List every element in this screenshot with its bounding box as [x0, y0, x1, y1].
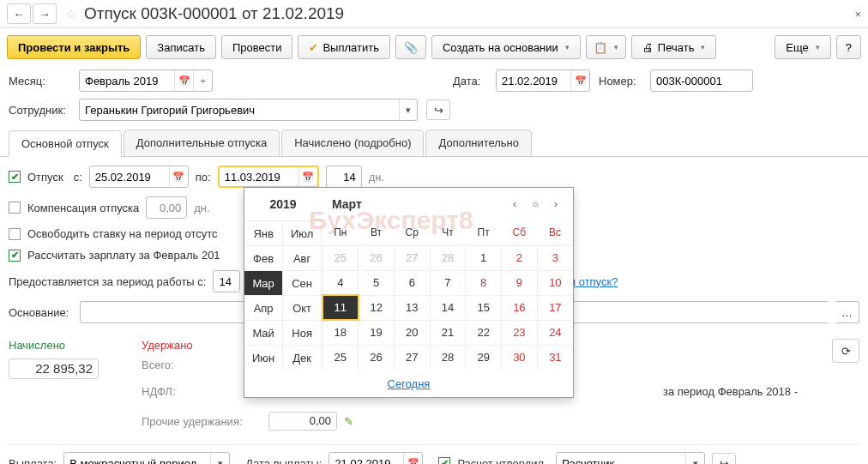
- day-cell[interactable]: 12: [359, 295, 395, 320]
- cal-next-icon[interactable]: ›: [547, 198, 564, 210]
- vacation-checkbox[interactable]: ✔: [9, 171, 21, 183]
- day-cell[interactable]: 30: [502, 345, 538, 370]
- day-cell[interactable]: 16: [502, 295, 538, 320]
- day-cell[interactable]: 17: [537, 295, 573, 320]
- day-cell[interactable]: 26: [359, 245, 395, 270]
- day-cell[interactable]: 5: [359, 270, 395, 295]
- forward-button[interactable]: →: [33, 3, 57, 24]
- dropdown-icon[interactable]: ▾: [210, 453, 229, 464]
- edit-icon[interactable]: ✎: [344, 415, 353, 428]
- refresh-button[interactable]: ⟳: [832, 339, 859, 363]
- month-cell[interactable]: Сен: [283, 271, 322, 296]
- stepper-icon[interactable]: ÷: [193, 70, 212, 91]
- employee-open-button[interactable]: ↪: [426, 99, 450, 120]
- tab-extra[interactable]: Дополнительно: [425, 130, 532, 156]
- day-cell[interactable]: 25: [322, 345, 359, 370]
- month-cell[interactable]: Янв: [244, 221, 283, 246]
- post-button[interactable]: Провести: [221, 35, 293, 59]
- month-cell[interactable]: Фев: [244, 246, 283, 271]
- pay-button[interactable]: ✔Выплатить: [298, 35, 390, 59]
- day-cell[interactable]: 1: [466, 245, 502, 270]
- calendar-icon[interactable]: 📅: [298, 167, 317, 186]
- month-cell[interactable]: Июл: [283, 221, 322, 246]
- day-cell[interactable]: 28: [430, 245, 466, 270]
- print-button[interactable]: 🖨Печать: [631, 35, 717, 59]
- release-checkbox[interactable]: [9, 228, 21, 240]
- calendar-icon[interactable]: 📅: [570, 70, 589, 91]
- day-cell[interactable]: 10: [537, 270, 573, 295]
- day-cell[interactable]: 31: [537, 345, 573, 370]
- comp-input[interactable]: [146, 196, 187, 219]
- month-cell[interactable]: Апр: [244, 296, 283, 321]
- day-cell[interactable]: 13: [394, 295, 430, 320]
- tab-main[interactable]: Основной отпуск: [9, 130, 122, 157]
- help-button[interactable]: ?: [836, 35, 861, 59]
- day-cell[interactable]: 3: [537, 245, 573, 270]
- more-button[interactable]: Еще: [775, 35, 830, 59]
- month-input[interactable]: 📅 ÷: [79, 69, 213, 92]
- copy-button[interactable]: 📋: [586, 35, 626, 59]
- attach-button[interactable]: 📎: [395, 35, 426, 59]
- day-cell[interactable]: 15: [466, 295, 502, 320]
- favorite-icon[interactable]: ☆: [65, 6, 77, 22]
- day-cell[interactable]: 8: [466, 270, 502, 295]
- date-input[interactable]: 📅: [496, 69, 590, 92]
- cal-prev-icon[interactable]: ‹: [506, 198, 523, 210]
- back-button[interactable]: ←: [7, 3, 31, 24]
- day-cell[interactable]: 22: [466, 320, 502, 345]
- employee-input[interactable]: ▾: [79, 99, 418, 121]
- payout-date-input[interactable]: 📅: [329, 452, 423, 464]
- day-cell[interactable]: 25: [322, 245, 359, 270]
- approved-checkbox[interactable]: ✔: [438, 457, 450, 464]
- day-cell[interactable]: 23: [502, 320, 538, 345]
- tab-additional[interactable]: Дополнительные отпуска: [124, 130, 280, 156]
- calendar-icon[interactable]: 📅: [174, 70, 193, 91]
- period-input[interactable]: [213, 270, 240, 292]
- day-cell[interactable]: 21: [430, 320, 466, 345]
- approver-input[interactable]: ▾: [556, 452, 705, 464]
- approver-open-button[interactable]: ↪: [712, 453, 736, 464]
- days-input[interactable]: [326, 166, 362, 188]
- payout-select[interactable]: ▾: [63, 452, 230, 464]
- post-close-button[interactable]: Провести и закрыть: [7, 35, 141, 59]
- day-cell[interactable]: 26: [359, 345, 395, 370]
- day-cell[interactable]: 4: [322, 270, 359, 295]
- tab-calculated[interactable]: Начислено (подробно): [281, 130, 424, 156]
- calendar-year[interactable]: 2019: [244, 188, 322, 220]
- day-cell[interactable]: 27: [394, 345, 430, 370]
- month-cell[interactable]: Июн: [244, 346, 283, 371]
- day-cell[interactable]: 28: [430, 345, 466, 370]
- dropdown-icon[interactable]: ▾: [399, 99, 417, 120]
- month-cell[interactable]: Авг: [283, 246, 322, 271]
- day-cell[interactable]: 6: [394, 270, 430, 295]
- day-cell[interactable]: 14: [430, 295, 466, 320]
- day-cell[interactable]: 29: [466, 345, 502, 370]
- date-from-input[interactable]: 📅: [89, 166, 189, 188]
- ellipsis-button[interactable]: …: [835, 301, 859, 323]
- day-cell[interactable]: 20: [394, 320, 430, 345]
- month-cell[interactable]: Дек: [283, 346, 322, 371]
- cal-home-icon[interactable]: ○: [527, 198, 544, 210]
- close-icon[interactable]: ×: [854, 8, 861, 21]
- day-cell[interactable]: 2: [502, 245, 538, 270]
- day-cell[interactable]: 18: [322, 320, 359, 345]
- dropdown-icon[interactable]: ▾: [685, 453, 704, 464]
- calendar-icon[interactable]: 📅: [169, 166, 188, 187]
- calendar-popup[interactable]: 2019 Март ‹ ○ › ЯнвИюлФевАвгМарСенАпрОкт…: [244, 187, 574, 398]
- month-cell[interactable]: Окт: [283, 296, 322, 321]
- day-cell[interactable]: 11: [322, 295, 359, 320]
- calc-checkbox[interactable]: ✔: [9, 250, 21, 262]
- month-cell[interactable]: Мар: [244, 271, 283, 296]
- save-button[interactable]: Записать: [146, 35, 216, 59]
- date-to-input[interactable]: 📅: [218, 166, 319, 188]
- month-cell[interactable]: Май: [244, 321, 283, 346]
- month-cell[interactable]: Ноя: [283, 321, 322, 346]
- calendar-icon[interactable]: 📅: [403, 453, 422, 464]
- day-cell[interactable]: 19: [359, 320, 395, 345]
- number-input[interactable]: [650, 69, 753, 92]
- today-link[interactable]: Сегодня: [388, 377, 431, 390]
- day-cell[interactable]: 7: [430, 270, 466, 295]
- comp-checkbox[interactable]: [9, 202, 21, 214]
- create-based-button[interactable]: Создать на основании: [431, 35, 581, 59]
- day-cell[interactable]: 9: [502, 270, 538, 295]
